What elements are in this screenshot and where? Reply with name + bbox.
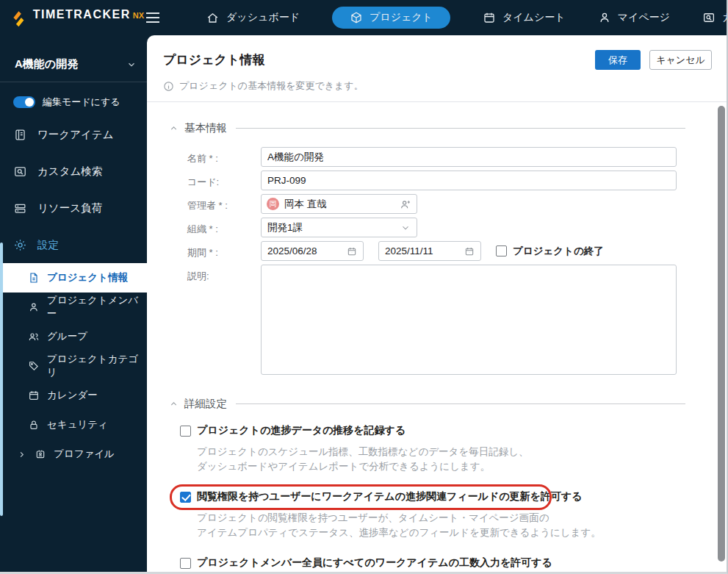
save-button[interactable]: 保存: [595, 50, 641, 70]
field-row-manager: 管理者 * : 岡 岡本 直哉: [187, 194, 727, 214]
manager-avatar: 岡: [267, 198, 279, 210]
main-header: プロジェクト情報 保存 キャンセル プロジェクトの基本情報を変更できます。: [147, 35, 727, 93]
sidebar-subitem-profile[interactable]: プロファイル: [0, 440, 147, 469]
sidebar-subitem-calendar[interactable]: カレンダー: [0, 381, 147, 410]
option-row[interactable]: プロジェクトメンバー全員にすべてのワークアイテムの工数入力を許可する: [180, 556, 552, 570]
nav-timesheet[interactable]: タイムシート: [483, 11, 566, 24]
field-row-name: 名前 * :: [187, 147, 727, 167]
edit-mode-toggle-row[interactable]: 編集モードにする: [0, 84, 147, 116]
end-date-picker[interactable]: 2025/11/11: [378, 241, 481, 261]
sidebar-subitem-project-members[interactable]: プロジェクトメンバー: [0, 293, 147, 322]
calendar-icon: [483, 11, 496, 24]
search-box-icon: [13, 165, 27, 179]
home-icon: [206, 11, 220, 25]
calendar-icon: [464, 246, 475, 256]
document-icon: [28, 272, 40, 284]
sidebar-item-settings[interactable]: 設定: [0, 226, 147, 263]
option-row[interactable]: プロジェクトの進捗データの推移を記録する: [180, 424, 406, 437]
nav-mypage[interactable]: マイページ: [598, 11, 670, 24]
sidebar-scrollbar[interactable]: [0, 243, 3, 516]
profile-icon: [35, 448, 46, 460]
sidebar: A機能の開発 編集モードにする ワークアイテム カスタム検索 リソース負荷: [0, 35, 147, 574]
cancel-button[interactable]: キャンセル: [649, 50, 712, 70]
work-item-icon: [13, 128, 27, 142]
chevron-up-icon[interactable]: [169, 123, 179, 133]
option-label: プロジェクトメンバー全員にすべてのワークアイテムの工数入力を許可する: [197, 556, 552, 570]
project-end-checkbox[interactable]: [496, 245, 507, 256]
section-basic-info: 基本情報: [169, 121, 685, 135]
group-icon: [28, 331, 40, 342]
main-scrollbar-thumb[interactable]: [718, 106, 725, 562]
manager-field[interactable]: 岡 岡本 直哉: [261, 194, 417, 214]
page-title: プロジェクト情報: [163, 51, 264, 68]
sidebar-item-label: リソース負荷: [37, 201, 102, 215]
option-label: プロジェクトの進捗データの推移を記録する: [197, 424, 406, 437]
option-allow-all-members-input: プロジェクトメンバー全員にすべてのワークアイテムの工数入力を許可する プロジェク…: [180, 556, 727, 574]
nav-dashboard[interactable]: ダッシュボード: [206, 11, 300, 25]
calendar-icon: [28, 390, 40, 401]
allow-all-members-checkbox[interactable]: [180, 558, 191, 569]
sidebar-item-label: カスタム検索: [37, 165, 102, 179]
sidebar-subitem-project-info[interactable]: プロジェクト情報: [0, 263, 147, 293]
project-name: A機能の開発: [15, 57, 78, 71]
project-end-label: プロジェクトの終了: [513, 245, 604, 258]
person-icon: [28, 301, 40, 313]
nav-label: カスタム検索: [722, 11, 728, 24]
sidebar-divider: [0, 82, 147, 82]
name-input[interactable]: [261, 147, 677, 167]
sidebar-subitem-project-categories[interactable]: プロジェクトカテゴリ: [0, 351, 147, 381]
chevron-down-icon: [400, 223, 411, 233]
sidebar-subitem-security[interactable]: セキュリティ: [0, 410, 147, 440]
logo-title: TIMETRACKER: [33, 8, 131, 21]
gear-icon: [13, 238, 27, 252]
chevron-down-icon: [126, 60, 137, 70]
nav-project[interactable]: プロジェクト: [332, 7, 450, 29]
sidebar-subitem-label: セキュリティ: [47, 418, 108, 431]
sidebar-subitem-label: プロファイル: [54, 448, 115, 461]
app-window: TIMETRACKER NX ダッシュボード プロジェクト タイムシート マイペ…: [0, 0, 728, 574]
org-select[interactable]: 開発1課: [261, 218, 417, 237]
field-label: 説明:: [187, 265, 261, 375]
page-subtitle: プロジェクトの基本情報を変更できます。: [179, 79, 364, 93]
edit-mode-toggle[interactable]: [13, 96, 35, 108]
nav-label: マイページ: [618, 11, 670, 24]
field-label: 管理者 * :: [187, 194, 261, 214]
option-allow-viewer-update: 閲覧権限を持つユーザーにワークアイテムの進捗関連フィールドの更新を許可する プロ…: [180, 490, 727, 540]
nav-label: プロジェクト: [370, 11, 433, 24]
sidebar-subitem-groups[interactable]: グループ: [0, 322, 147, 351]
project-selector[interactable]: A機能の開発: [0, 35, 147, 82]
sidebar-subitem-label: グループ: [47, 330, 87, 343]
top-navigation: ダッシュボード プロジェクト タイムシート マイページ カスタム検索: [206, 7, 728, 29]
resource-load-icon: [13, 201, 27, 215]
allow-viewer-update-checkbox[interactable]: [180, 492, 191, 503]
start-date-picker[interactable]: 2025/06/28: [261, 241, 364, 261]
chevron-right-icon: [18, 451, 26, 459]
logo-suffix: NX: [133, 11, 144, 20]
record-progress-checkbox[interactable]: [180, 426, 191, 437]
description-textarea[interactable]: [261, 265, 677, 375]
tag-icon: [28, 360, 40, 372]
nav-custom-search[interactable]: カスタム検索: [702, 11, 728, 24]
field-row-org: 組織 * : 開発1課: [187, 218, 727, 237]
code-input[interactable]: [261, 171, 677, 190]
project-end-checkbox-row[interactable]: プロジェクトの終了: [496, 245, 604, 258]
manager-name: 岡本 直哉: [284, 198, 394, 211]
hamburger-menu-icon[interactable]: [145, 12, 160, 24]
sidebar-item-label: ワークアイテム: [37, 128, 114, 142]
person-add-icon[interactable]: [400, 198, 411, 210]
start-date-value: 2025/06/28: [267, 245, 347, 256]
search-box-icon: [702, 11, 716, 24]
nav-label: ダッシュボード: [226, 11, 300, 24]
sidebar-item-custom-search[interactable]: カスタム検索: [0, 153, 147, 190]
sidebar-subitem-label: プロジェクト情報: [47, 271, 128, 284]
org-value: 開発1課: [267, 221, 400, 234]
section-title: 詳細設定: [184, 397, 227, 411]
chevron-up-icon[interactable]: [169, 399, 179, 409]
sidebar-item-work-items[interactable]: ワークアイテム: [0, 116, 147, 153]
option-row[interactable]: 閲覧権限を持つユーザーにワークアイテムの進捗関連フィールドの更新を許可する: [180, 490, 583, 503]
field-label: 期間 * :: [187, 241, 261, 261]
main-panel: プロジェクト情報 保存 キャンセル プロジェクトの基本情報を変更できます。 基本…: [147, 35, 727, 574]
option-description: プロジェクトの閲覧権限を持つユーザーが、タイムシート・マイページ画面の アイテム…: [197, 511, 727, 540]
sidebar-item-resource-load[interactable]: リソース負荷: [0, 190, 147, 226]
option-record-progress: プロジェクトの進捗データの推移を記録する プロジェクトのスケジュール指標、工数指…: [180, 424, 727, 474]
